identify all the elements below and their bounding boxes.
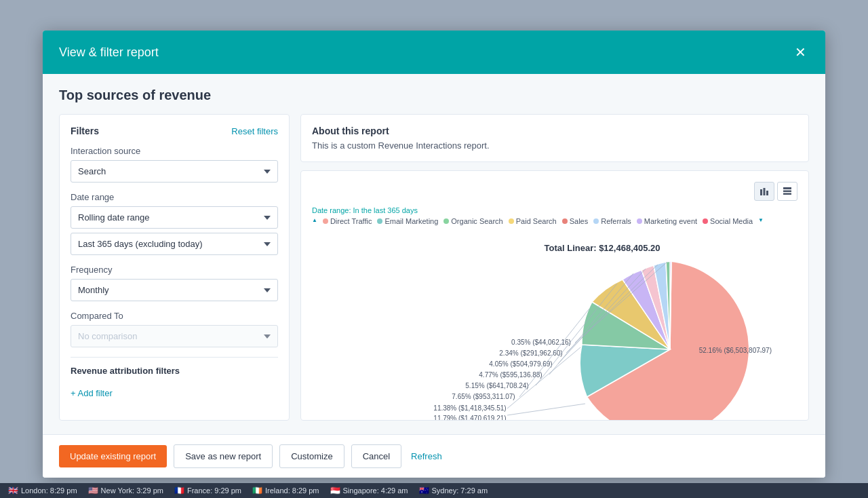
customize-button[interactable]: Customize [279, 444, 344, 468]
svg-rect-3 [783, 187, 791, 189]
label-other: 0.35% ($44,062.16) [511, 339, 571, 346]
legend-nav-prev[interactable]: ▲ [312, 217, 317, 225]
legend-dot-organic-search [443, 218, 449, 224]
date-range-group: Date range Rolling date range Last 365 d… [71, 192, 278, 255]
label-email: 11.79% ($1,470,619.21) [433, 415, 506, 421]
flag-uk: 🇬🇧 [8, 486, 18, 495]
chart-total-label: Total Linear: $12,468,405.20 [544, 243, 660, 253]
chart-toolbar [312, 182, 797, 201]
status-france-time: France: 9:29 pm [187, 486, 241, 495]
compared-to-select: No comparison [71, 325, 278, 347]
filters-header: Filters Reset filters [71, 126, 278, 136]
legend-dot-email-marketing [377, 218, 382, 224]
chart-legend: ▲ Direct Traffic Email Marketing Organic… [312, 217, 797, 225]
status-london: 🇬🇧 London: 8:29 pm [8, 486, 77, 495]
flag-us: 🇺🇸 [88, 486, 98, 495]
flag-sg: 🇸🇬 [330, 486, 340, 495]
label-social: 2.34% ($291,962.60) [499, 349, 562, 357]
status-france: 🇫🇷 France: 9:29 pm [174, 486, 241, 495]
flag-au: 🇦🇺 [419, 486, 429, 495]
add-filter-button[interactable]: + Add filter [71, 385, 278, 401]
date-range-value-select[interactable]: Last 365 days (excluding today) [71, 233, 278, 255]
label-organic: 11.38% ($1,418,345.51) [433, 404, 506, 412]
modal-footer: Update existing report Save as new repor… [43, 434, 825, 478]
about-text: This is a custom Revenue Interactions re… [312, 140, 797, 151]
frequency-select[interactable]: Monthly [71, 279, 278, 301]
legend-label-marketing-event: Marketing event [644, 217, 697, 225]
status-singapore: 🇸🇬 Singapore: 4:29 am [330, 486, 408, 495]
legend-dot-referrals [593, 218, 599, 224]
label-direct-traffic: 52.16% ($6,503,807.97) [699, 347, 772, 354]
chart-box: Date range: In the last 365 days ▲ Direc… [300, 170, 809, 421]
legend-dot-marketing-event [637, 218, 642, 224]
legend-label-social-media: Social Media [710, 217, 753, 225]
modal-title: View & filter report [59, 45, 159, 60]
revenue-attribution-label: Revenue attribution filters [71, 357, 278, 376]
legend-item-direct-traffic: Direct Traffic [323, 217, 372, 225]
legend-dot-paid-search [509, 218, 514, 224]
svg-rect-1 [764, 188, 766, 195]
compared-to-group: Compared To No comparison [71, 311, 278, 347]
modal-body: Top sources of revenue Filters Reset fil… [43, 74, 825, 434]
legend-item-marketing-event: Marketing event [637, 217, 697, 225]
bar-chart-button[interactable] [754, 182, 774, 201]
interaction-source-label: Interaction source [71, 146, 278, 156]
modal-header: View & filter report ✕ [43, 31, 825, 74]
frequency-group: Frequency Monthly [71, 265, 278, 301]
legend-nav-next[interactable]: ▼ [758, 217, 764, 225]
legend-dot-direct-traffic [323, 218, 328, 224]
svg-line-7 [507, 404, 585, 415]
report-panel: About this report This is a custom Reven… [300, 114, 809, 421]
svg-rect-5 [783, 193, 791, 195]
pie-chart: Total Linear: $12,468,405.20 [338, 231, 772, 421]
filters-label: Filters [71, 126, 99, 136]
legend-label-email-marketing: Email Marketing [384, 217, 438, 225]
svg-rect-0 [760, 189, 762, 195]
status-ireland-time: Ireland: 8:29 pm [265, 486, 319, 495]
date-range-label: Date range [71, 192, 278, 202]
chart-date-range: Date range: In the last 365 days [312, 206, 797, 214]
flag-ie: 🇮🇪 [252, 486, 262, 495]
frequency-label: Frequency [71, 265, 278, 275]
legend-label-organic-search: Organic Search [451, 217, 502, 225]
legend-label-sales: Sales [570, 217, 589, 225]
reset-filters-button[interactable]: Reset filters [231, 126, 278, 136]
cancel-button[interactable]: Cancel [351, 444, 401, 468]
legend-label-referrals: Referrals [601, 217, 631, 225]
status-ireland: 🇮🇪 Ireland: 8:29 pm [252, 486, 319, 495]
label-paid: 7.65% ($953,311.07) [452, 393, 515, 400]
table-chart-button[interactable] [777, 182, 797, 201]
interaction-source-select[interactable]: Search [71, 160, 278, 183]
status-sydney-time: Sydney: 7:29 am [432, 486, 488, 495]
legend-dot-social-media [703, 218, 708, 224]
compared-to-label: Compared To [71, 311, 278, 321]
legend-item-sales: Sales [562, 217, 589, 225]
date-range-type-select[interactable]: Rolling date range [71, 206, 278, 229]
legend-dot-sales [562, 218, 568, 224]
modal: View & filter report ✕ Top sources of re… [43, 31, 825, 478]
status-sydney: 🇦🇺 Sydney: 7:29 am [419, 486, 488, 495]
status-singapore-time: Singapore: 4:29 am [343, 486, 408, 495]
chart-area: Total Linear: $12,468,405.20 [312, 231, 797, 421]
refresh-button[interactable]: Refresh [408, 445, 445, 467]
legend-item-paid-search: Paid Search [509, 217, 557, 225]
svg-rect-4 [783, 191, 791, 193]
update-report-button[interactable]: Update existing report [59, 445, 167, 467]
svg-rect-2 [766, 191, 768, 195]
status-newyork: 🇺🇸 New York: 3:29 pm [88, 486, 163, 495]
save-new-report-button[interactable]: Save as new report [174, 444, 273, 468]
legend-item-email-marketing: Email Marketing [377, 217, 438, 225]
status-london-time: London: 8:29 pm [21, 486, 77, 495]
legend-item-referrals: Referrals [593, 217, 631, 225]
content-area: Filters Reset filters Interaction source… [59, 114, 809, 421]
legend-item-social-media: Social Media [703, 217, 753, 225]
status-newyork-time: New York: 3:29 pm [101, 486, 163, 495]
about-box: About this report This is a custom Reven… [300, 114, 809, 162]
about-title: About this report [312, 126, 797, 136]
legend-label-direct-traffic: Direct Traffic [330, 217, 372, 225]
interaction-source-group: Interaction source Search [71, 146, 278, 183]
flag-fr: 🇫🇷 [174, 486, 184, 495]
close-button[interactable]: ✕ [792, 43, 809, 62]
status-bar: 🇬🇧 London: 8:29 pm 🇺🇸 New York: 3:29 pm … [0, 483, 868, 498]
label-referrals: 4.77% ($595,136.88) [479, 371, 542, 379]
